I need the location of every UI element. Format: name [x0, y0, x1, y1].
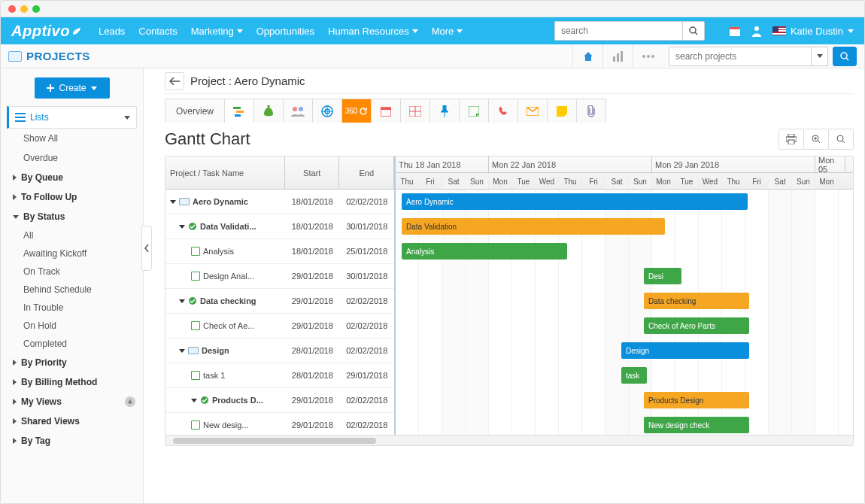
- user-menu[interactable]: Katie Dustin: [772, 26, 854, 37]
- gantt-bar[interactable]: Products Design: [644, 392, 749, 408]
- gantt-bar[interactable]: Data checking: [644, 293, 749, 309]
- global-search-button[interactable]: [682, 21, 705, 41]
- home-button[interactable]: [572, 44, 602, 68]
- gantt-row[interactable]: New desig...29/01/201802/02/2018: [165, 413, 394, 435]
- add-view-icon[interactable]: +: [125, 396, 135, 407]
- expand-icon[interactable]: [179, 349, 185, 353]
- calendar-icon[interactable]: [729, 25, 741, 37]
- nav-marketing[interactable]: Marketing: [191, 26, 243, 37]
- gantt-scrollbar-left[interactable]: [165, 435, 853, 445]
- gantt-bar[interactable]: task: [621, 367, 647, 384]
- tab-team[interactable]: [283, 99, 313, 123]
- tab-timesheet[interactable]: [400, 99, 430, 123]
- project-search-input[interactable]: [669, 47, 812, 66]
- global-search-input[interactable]: [554, 21, 682, 41]
- project-search-dropdown[interactable]: [812, 47, 828, 66]
- sidebar-by-status[interactable]: By Status: [7, 207, 137, 226]
- svg-rect-16: [233, 107, 241, 109]
- gantt-bar[interactable]: Design: [621, 342, 749, 359]
- gantt-bar[interactable]: Data Validation: [402, 218, 665, 235]
- task-name-label: Analysis: [203, 247, 234, 256]
- tab-pin[interactable]: [429, 99, 460, 123]
- sidebar-by-priority[interactable]: By Priority: [7, 353, 137, 372]
- gantt-bar[interactable]: Aero Dynamic: [402, 193, 748, 210]
- gantt-col-taskname[interactable]: Project / Task Name: [165, 156, 285, 189]
- expand-icon[interactable]: [179, 299, 185, 303]
- expand-icon[interactable]: [191, 399, 197, 402]
- person-icon[interactable]: [751, 25, 762, 37]
- gantt-row[interactable]: task 128/01/201829/01/2018: [165, 363, 394, 388]
- chart-button[interactable]: [602, 44, 633, 68]
- brand-logo[interactable]: Apptivo: [11, 23, 82, 40]
- sidebar-to-follow-up[interactable]: To Follow Up: [7, 187, 137, 207]
- gantt-bar[interactable]: Check of Aero Parts: [644, 317, 749, 334]
- gantt-row[interactable]: Check of Ae...29/01/201802/02/2018: [165, 314, 394, 339]
- gantt-row[interactable]: Analysis18/01/201825/01/2018: [165, 239, 394, 264]
- gantt-bar[interactable]: Desi: [644, 268, 681, 284]
- svg-rect-13: [15, 113, 26, 114]
- svg-line-36: [818, 141, 820, 143]
- gantt-row[interactable]: Data checking29/01/201802/02/2018: [165, 289, 394, 314]
- gantt-row[interactable]: Design Anal...29/01/201830/01/2018: [165, 264, 394, 289]
- window-max-dot[interactable]: [32, 5, 40, 13]
- tab-finance[interactable]: [253, 99, 284, 123]
- nav-more[interactable]: More: [432, 26, 463, 37]
- more-button[interactable]: [633, 44, 663, 68]
- nav-opportunities[interactable]: Opportunities: [256, 26, 314, 37]
- window-min-dot[interactable]: [20, 5, 28, 13]
- gantt-bar[interactable]: Analysis: [402, 243, 567, 260]
- create-button[interactable]: Create: [35, 77, 110, 99]
- tab-scope[interactable]: [312, 99, 342, 123]
- window-close-dot[interactable]: [8, 5, 16, 13]
- sidebar-status-all[interactable]: All: [7, 226, 137, 244]
- expand-icon[interactable]: [170, 200, 176, 204]
- sidebar-status-awaiting[interactable]: Awaiting Kickoff: [7, 244, 137, 263]
- sidebar-overdue[interactable]: Overdue: [7, 148, 137, 168]
- gantt-week-header: Thu 18 Jan 2018: [396, 156, 489, 172]
- sidebar-by-queue[interactable]: By Queue: [7, 168, 137, 187]
- nav-leads[interactable]: Leads: [99, 26, 125, 37]
- sidebar-my-views[interactable]: My Views+: [7, 392, 137, 411]
- tab-attach[interactable]: [576, 99, 606, 123]
- sidebar-show-all[interactable]: Show All: [7, 129, 137, 148]
- svg-point-0: [690, 27, 696, 33]
- tab-overview[interactable]: Overview: [165, 99, 225, 123]
- sidebar-status-ontrack[interactable]: On Track: [7, 263, 137, 281]
- print-button[interactable]: [778, 129, 804, 150]
- gantt-col-start[interactable]: Start: [285, 156, 340, 189]
- gantt-row[interactable]: Products D...29/01/201802/02/2018: [165, 388, 394, 413]
- user-name: Katie Dustin: [791, 26, 843, 37]
- sidebar-status-hold[interactable]: On Hold: [7, 317, 137, 335]
- tab-email[interactable]: [517, 99, 548, 123]
- gantt-row[interactable]: Design28/01/201802/02/2018: [165, 339, 394, 363]
- gantt-row[interactable]: Data Validati...18/01/201830/01/2018: [165, 214, 394, 239]
- sidebar-collapse-handle[interactable]: [141, 226, 152, 271]
- svg-point-20: [299, 107, 303, 111]
- sidebar-status-completed[interactable]: Completed: [7, 335, 137, 353]
- sidebar-by-billing[interactable]: By Billing Method: [7, 372, 137, 392]
- sidebar-lists-tab[interactable]: Lists: [7, 106, 137, 129]
- tab-360-label: 360: [345, 107, 358, 115]
- tab-sticky[interactable]: [547, 99, 577, 123]
- chevron-left-icon: [144, 244, 149, 252]
- gantt-row[interactable]: Aero Dynamic18/01/201802/02/2018: [165, 190, 394, 214]
- sidebar-status-behind[interactable]: Behind Schedule: [7, 281, 137, 299]
- gantt-bar[interactable]: New design check: [644, 417, 749, 433]
- back-button[interactable]: [165, 72, 184, 90]
- nav-hr[interactable]: Human Resources: [328, 26, 418, 37]
- nav-contacts[interactable]: Contacts: [138, 26, 177, 37]
- tab-notes[interactable]: [459, 99, 489, 123]
- gantt-col-end[interactable]: End: [339, 156, 394, 189]
- target-icon: [321, 105, 333, 117]
- zoom-in-button[interactable]: [803, 129, 829, 150]
- zoom-out-button[interactable]: [828, 129, 854, 150]
- sidebar-by-tag[interactable]: By Tag: [7, 431, 137, 451]
- expand-icon[interactable]: [179, 225, 185, 229]
- tab-360[interactable]: 360: [341, 99, 372, 123]
- tab-calls[interactable]: [488, 99, 518, 123]
- project-search-button[interactable]: [833, 47, 857, 66]
- tab-gantt[interactable]: [224, 99, 254, 123]
- sidebar-shared-views[interactable]: Shared Views: [7, 411, 137, 431]
- tab-schedule[interactable]: [371, 99, 401, 123]
- sidebar-status-trouble[interactable]: In Trouble: [7, 299, 137, 317]
